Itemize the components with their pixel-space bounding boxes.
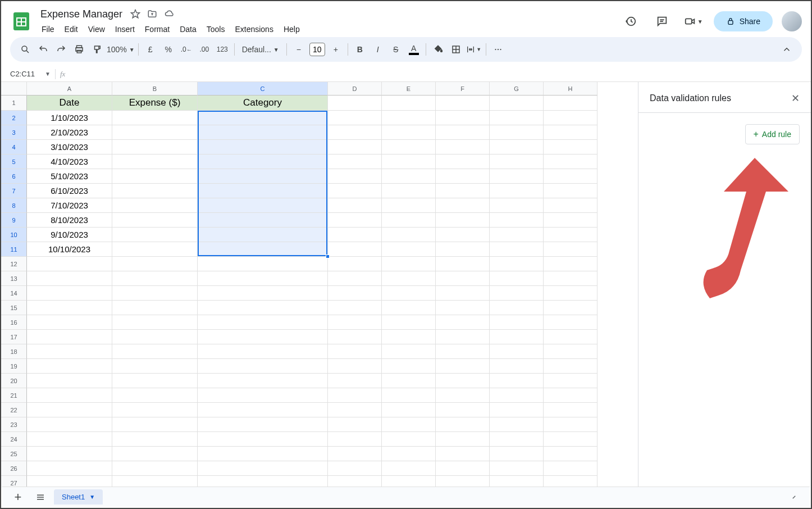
cell[interactable]	[544, 476, 597, 488]
cell[interactable]	[544, 417, 597, 432]
cell[interactable]	[112, 184, 198, 198]
cell[interactable]	[436, 359, 490, 374]
cell[interactable]	[198, 111, 328, 125]
cell[interactable]	[490, 432, 544, 447]
cell[interactable]	[544, 184, 597, 198]
row-header[interactable]: 14	[1, 286, 27, 301]
add-rule-button[interactable]: + Add rule	[745, 124, 800, 144]
more-icon[interactable]	[490, 41, 507, 58]
cell[interactable]	[328, 96, 382, 111]
row-header[interactable]: 25	[1, 447, 27, 461]
cell[interactable]	[544, 359, 597, 374]
cell[interactable]	[328, 271, 382, 286]
cell[interactable]	[544, 257, 597, 271]
cell[interactable]	[112, 286, 198, 301]
cell[interactable]	[328, 242, 382, 257]
cell[interactable]	[490, 154, 544, 169]
cell[interactable]	[198, 315, 328, 330]
cell[interactable]	[27, 330, 112, 344]
share-button[interactable]: Share	[714, 11, 773, 31]
comment-icon[interactable]	[651, 10, 673, 33]
search-icon[interactable]	[17, 41, 34, 58]
cell[interactable]	[382, 461, 436, 476]
cell[interactable]	[382, 359, 436, 374]
col-header-G[interactable]: G	[490, 82, 544, 96]
row-header[interactable]: 23	[1, 417, 27, 432]
cell[interactable]	[490, 447, 544, 461]
cell[interactable]	[112, 315, 198, 330]
cell[interactable]	[382, 315, 436, 330]
cell[interactable]	[490, 125, 544, 140]
col-header-F[interactable]: F	[436, 82, 490, 96]
decrease-fontsize-button[interactable]: −	[290, 41, 307, 58]
cell[interactable]	[328, 374, 382, 388]
cell[interactable]	[112, 417, 198, 432]
cell[interactable]	[544, 228, 597, 242]
menu-edit[interactable]: Edit	[60, 22, 83, 36]
close-icon[interactable]: ✕	[791, 92, 800, 104]
cell[interactable]	[382, 403, 436, 417]
cell[interactable]	[198, 169, 328, 184]
sheet-tab[interactable]: Sheet1▼	[54, 489, 103, 505]
cell[interactable]	[112, 228, 198, 242]
cell[interactable]	[490, 403, 544, 417]
add-sheet-button[interactable]: +	[9, 488, 27, 506]
cell[interactable]	[490, 257, 544, 271]
collapse-toolbar-icon[interactable]	[778, 41, 795, 58]
cell[interactable]	[328, 213, 382, 228]
spreadsheet-grid[interactable]: ABCDEFGH 1DateExpense ($)Category21/10/2…	[1, 82, 638, 488]
cell[interactable]	[490, 111, 544, 125]
cell[interactable]: 9/10/2023	[27, 228, 112, 242]
row-header[interactable]: 13	[1, 271, 27, 286]
cell[interactable]	[490, 330, 544, 344]
cell[interactable]	[112, 432, 198, 447]
cell[interactable]	[544, 403, 597, 417]
cell[interactable]	[328, 228, 382, 242]
cell[interactable]: 8/10/2023	[27, 213, 112, 228]
cell[interactable]	[198, 344, 328, 359]
cell[interactable]	[382, 154, 436, 169]
cell[interactable]	[436, 111, 490, 125]
namebox[interactable]: C2:C11▼	[6, 70, 51, 78]
cell[interactable]	[544, 286, 597, 301]
cell[interactable]	[436, 213, 490, 228]
cell[interactable]	[328, 301, 382, 315]
cell[interactable]	[544, 125, 597, 140]
cell[interactable]	[328, 359, 382, 374]
cell[interactable]	[198, 403, 328, 417]
cell[interactable]	[436, 184, 490, 198]
row-header[interactable]: 20	[1, 374, 27, 388]
cell[interactable]	[112, 359, 198, 374]
cell[interactable]	[382, 388, 436, 403]
cell[interactable]	[436, 447, 490, 461]
cell[interactable]: 10/10/2023	[27, 242, 112, 257]
font-select[interactable]: Defaul...▼	[238, 41, 283, 58]
menu-file[interactable]: File	[37, 22, 59, 36]
cell[interactable]	[382, 344, 436, 359]
cell[interactable]	[328, 111, 382, 125]
cell[interactable]	[436, 432, 490, 447]
cell[interactable]	[544, 447, 597, 461]
percent-icon[interactable]: %	[160, 41, 177, 58]
cell[interactable]	[112, 213, 198, 228]
cell[interactable]	[112, 154, 198, 169]
cell[interactable]	[198, 228, 328, 242]
cell[interactable]	[490, 96, 544, 111]
borders-icon[interactable]	[448, 41, 464, 58]
cell[interactable]	[112, 330, 198, 344]
cell[interactable]	[382, 374, 436, 388]
cell[interactable]	[544, 315, 597, 330]
cell[interactable]	[198, 198, 328, 213]
cell[interactable]	[544, 301, 597, 315]
cell[interactable]	[112, 140, 198, 154]
cell[interactable]	[436, 403, 490, 417]
cell[interactable]	[328, 169, 382, 184]
cell[interactable]	[27, 447, 112, 461]
cell[interactable]	[436, 140, 490, 154]
cell[interactable]	[382, 111, 436, 125]
cell[interactable]: 3/10/2023	[27, 140, 112, 154]
cell[interactable]	[436, 374, 490, 388]
row-header[interactable]: 8	[1, 198, 27, 213]
zoom-select[interactable]: 100%▼	[107, 41, 135, 58]
select-all-corner[interactable]	[1, 82, 27, 96]
